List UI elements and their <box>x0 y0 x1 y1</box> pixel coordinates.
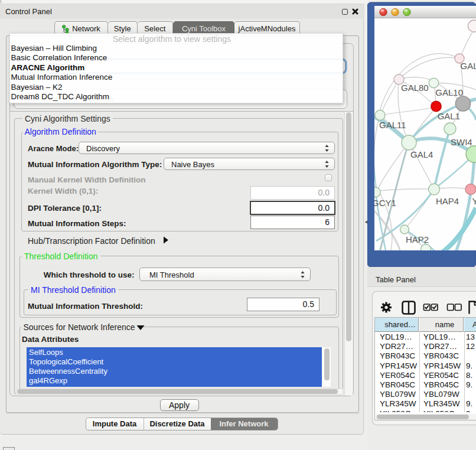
svg-text:GAL80: GAL80 <box>401 83 429 93</box>
svg-text:GAL11: GAL11 <box>379 120 406 130</box>
svg-text:GAL2: GAL2 <box>461 61 476 71</box>
svg-text:GAL4: GAL4 <box>410 149 433 159</box>
svg-text:HAP2: HAP2 <box>406 234 429 244</box>
svg-text:HAP4: HAP4 <box>436 196 459 206</box>
svg-text:GAL1: GAL1 <box>438 111 460 121</box>
svg-text:Y: Y <box>472 196 476 206</box>
svg-text:SWI4: SWI4 <box>451 137 472 147</box>
svg-text:GCY1: GCY1 <box>372 198 396 208</box>
svg-text:GAL10: GAL10 <box>435 87 463 97</box>
